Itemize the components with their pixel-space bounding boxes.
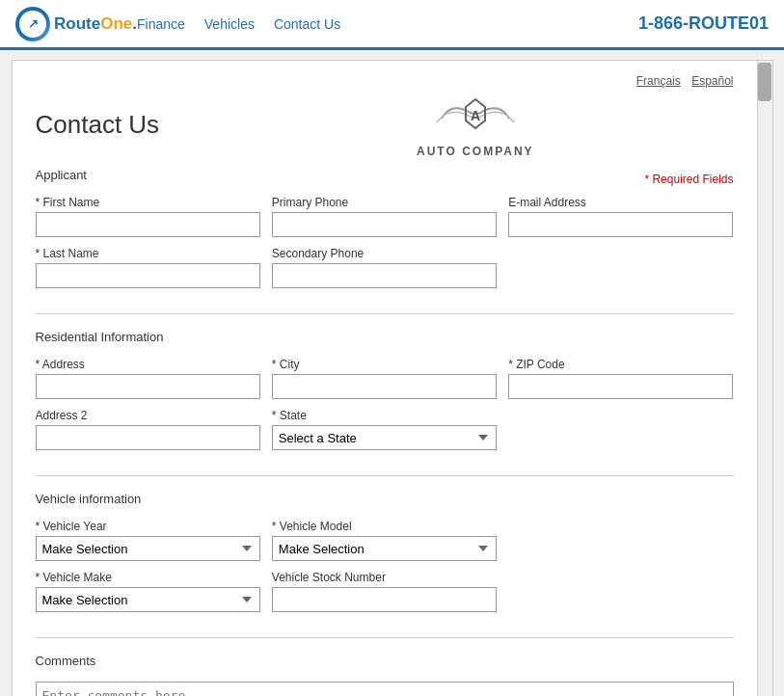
logo-arrow-icon: ↗ xyxy=(28,16,39,31)
comments-title: Comments xyxy=(36,654,96,668)
last-name-label: * Last Name xyxy=(36,247,260,260)
vehicle-section-header: Vehicle information xyxy=(36,492,734,514)
secondary-phone-group: Secondary Phone xyxy=(272,247,497,288)
vehicle-row1-spacer xyxy=(508,520,733,561)
logo-inner: ↗ xyxy=(19,11,46,38)
navbar: ↗ RouteOne. Finance Vehicles Contact Us … xyxy=(0,0,784,50)
applicant-section-header: Applicant * Required Fields xyxy=(36,168,734,190)
address-label: * Address xyxy=(36,358,260,371)
header-row: Contact Us A AUTO COMPANY xyxy=(36,92,734,158)
city-label: * City xyxy=(272,358,497,371)
zip-group: * ZIP Code xyxy=(508,358,733,399)
vehicle-stock-label: Vehicle Stock Number xyxy=(272,571,497,584)
applicant-row2: * Last Name Secondary Phone xyxy=(36,247,734,288)
vehicle-model-group: * Vehicle Model Make Selection xyxy=(272,520,497,561)
logo[interactable]: ↗ RouteOne. xyxy=(15,7,137,41)
comments-section: Comments xyxy=(36,654,734,696)
email-spacer xyxy=(508,247,733,288)
comments-section-header: Comments xyxy=(36,654,734,676)
address2-label: Address 2 xyxy=(36,409,260,422)
email-label: E-mail Address xyxy=(508,196,733,209)
residential-row1: * Address * City * ZIP Code xyxy=(36,358,734,399)
city-group: * City xyxy=(272,358,497,399)
address-group: * Address xyxy=(36,358,260,399)
first-name-input[interactable] xyxy=(36,212,260,237)
french-link[interactable]: Français xyxy=(636,74,681,88)
language-links: Français Español xyxy=(36,68,734,92)
company-name: AUTO COMPANY xyxy=(417,145,534,158)
vehicle-row2: * Vehicle Make Make Selection Vehicle St… xyxy=(36,571,734,612)
first-name-group: * First Name xyxy=(36,196,260,237)
vehicle-year-select[interactable]: Make Selection xyxy=(36,536,260,561)
first-name-label: * First Name xyxy=(36,196,260,209)
zip-input[interactable] xyxy=(508,374,733,399)
state-spacer xyxy=(508,409,733,450)
vehicle-row2-spacer xyxy=(508,571,733,612)
last-name-group: * Last Name xyxy=(36,247,260,288)
content-area: Français Español Contact Us A AUTO COMPA… xyxy=(13,61,757,696)
svg-text:A: A xyxy=(471,108,480,123)
logo-text: RouteOne. xyxy=(54,14,137,34)
secondary-phone-input[interactable] xyxy=(272,263,497,288)
address2-group: Address 2 xyxy=(36,409,260,450)
residential-row2: Address 2 * State Select a State xyxy=(36,409,734,450)
primary-phone-label: Primary Phone xyxy=(272,196,497,209)
address-input[interactable] xyxy=(36,374,260,399)
applicant-section: Applicant * Required Fields * First Name… xyxy=(36,168,734,314)
primary-phone-input[interactable] xyxy=(272,212,497,237)
phone-number: 1-866-ROUTE01 xyxy=(638,13,769,34)
email-input[interactable] xyxy=(508,212,733,237)
vehicle-title: Vehicle information xyxy=(36,492,142,506)
nav-links: Finance Vehicles Contact Us xyxy=(137,16,638,32)
comments-textarea[interactable] xyxy=(36,682,734,696)
vehicle-stock-input[interactable] xyxy=(272,587,497,612)
state-label: * State xyxy=(272,409,497,422)
email-group: E-mail Address xyxy=(508,196,733,237)
residential-title: Residential Information xyxy=(36,330,164,344)
scrollbar[interactable] xyxy=(757,61,772,696)
vehicle-make-group: * Vehicle Make Make Selection xyxy=(36,571,260,612)
applicant-row1: * First Name Primary Phone E-mail Addres… xyxy=(36,196,734,237)
residential-section: Residential Information * Address * City… xyxy=(36,330,734,476)
zip-label: * ZIP Code xyxy=(508,358,733,371)
vehicle-row1: * Vehicle Year Make Selection * Vehicle … xyxy=(36,520,734,561)
vehicle-stock-group: Vehicle Stock Number xyxy=(272,571,497,612)
city-input[interactable] xyxy=(272,374,497,399)
required-fields-label: * Required Fields xyxy=(644,173,733,186)
page-title: Contact Us xyxy=(36,110,160,140)
state-select[interactable]: Select a State xyxy=(272,425,497,450)
last-name-input[interactable] xyxy=(36,263,260,288)
vehicle-model-label: * Vehicle Model xyxy=(272,520,497,533)
company-logo: A AUTO COMPANY xyxy=(417,92,534,158)
vehicle-year-label: * Vehicle Year xyxy=(36,520,260,533)
vehicle-year-group: * Vehicle Year Make Selection xyxy=(36,520,260,561)
logo-circle: ↗ xyxy=(15,7,50,41)
nav-contact-us[interactable]: Contact Us xyxy=(274,16,340,32)
vehicle-section: Vehicle information * Vehicle Year Make … xyxy=(36,492,734,638)
nav-finance[interactable]: Finance xyxy=(137,16,185,32)
address2-input[interactable] xyxy=(36,425,260,450)
state-group: * State Select a State xyxy=(272,409,497,450)
nav-vehicles[interactable]: Vehicles xyxy=(204,16,255,32)
main-container: Français Español Contact Us A AUTO COMPA… xyxy=(12,60,773,696)
vehicle-make-select[interactable]: Make Selection xyxy=(36,587,260,612)
vehicle-make-label: * Vehicle Make xyxy=(36,571,260,584)
spanish-link[interactable]: Español xyxy=(691,74,733,88)
residential-section-header: Residential Information xyxy=(36,330,734,352)
scrollbar-thumb[interactable] xyxy=(758,63,771,101)
company-logo-icon: A xyxy=(432,92,519,145)
primary-phone-group: Primary Phone xyxy=(272,196,497,237)
vehicle-model-select[interactable]: Make Selection xyxy=(272,536,497,561)
secondary-phone-label: Secondary Phone xyxy=(272,247,497,260)
applicant-title: Applicant xyxy=(36,168,87,182)
